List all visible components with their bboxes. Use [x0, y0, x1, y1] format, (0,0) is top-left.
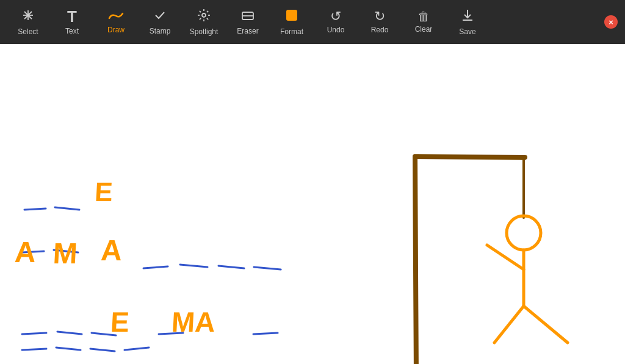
svg-line-30	[57, 332, 82, 334]
svg-text:A: A	[14, 236, 37, 268]
svg-text:E: E	[94, 177, 114, 207]
undo-label: Undo	[327, 26, 345, 34]
svg-line-48	[524, 306, 568, 343]
svg-text:MA: MA	[171, 306, 216, 338]
svg-line-40	[415, 157, 416, 364]
spotlight-icon	[197, 8, 211, 25]
svg-line-37	[56, 348, 81, 350]
close-icon: ×	[609, 18, 613, 27]
save-label: Save	[459, 27, 475, 36]
clear-label: Clear	[415, 25, 433, 34]
svg-line-27	[219, 266, 244, 268]
tool-eraser[interactable]: Eraser	[227, 2, 269, 41]
tool-select[interactable]: Select	[7, 2, 49, 41]
svg-text:A: A	[100, 234, 123, 266]
select-label: Select	[18, 27, 38, 36]
tool-spotlight[interactable]: Spotlight	[183, 2, 225, 41]
format-label: Format	[280, 27, 303, 36]
svg-line-18	[55, 207, 79, 210]
svg-text:E: E	[110, 306, 130, 338]
tool-draw[interactable]: Draw	[95, 2, 137, 41]
svg-line-42	[415, 157, 525, 157]
tool-stamp[interactable]: Stamp	[139, 2, 181, 41]
stamp-label: Stamp	[150, 27, 171, 35]
svg-point-4	[202, 13, 206, 17]
svg-rect-15	[286, 10, 297, 21]
draw-icon	[108, 10, 124, 23]
svg-line-25	[143, 266, 168, 268]
stamp-icon	[153, 9, 167, 24]
toolbar: Select T Text Draw Stamp	[0, 0, 625, 44]
close-button[interactable]: ×	[604, 15, 618, 29]
drawing-svg: E A M A E MA	[0, 44, 625, 364]
text-icon: T	[67, 9, 77, 24]
svg-line-36	[22, 349, 46, 350]
svg-line-20	[22, 251, 44, 252]
eraser-label: Eraser	[237, 27, 258, 35]
svg-line-10	[207, 18, 208, 20]
text-label: Text	[65, 27, 79, 35]
svg-line-26	[180, 265, 208, 267]
svg-line-21	[54, 250, 78, 252]
svg-line-28	[254, 267, 281, 269]
svg-line-38	[90, 349, 115, 351]
tool-redo[interactable]: ↻ Redo	[359, 2, 400, 41]
svg-line-46	[487, 245, 524, 269]
clear-icon: 🗑	[417, 10, 430, 23]
tool-clear[interactable]: 🗑 Clear	[403, 2, 444, 41]
redo-label: Redo	[371, 26, 389, 34]
tool-format[interactable]: Format	[271, 2, 312, 41]
svg-line-29	[22, 333, 46, 334]
canvas-area[interactable]: E A M A E MA	[0, 44, 625, 364]
svg-point-44	[507, 216, 541, 250]
tool-undo[interactable]: ↺ Undo	[315, 2, 356, 41]
svg-line-17	[24, 209, 46, 210]
save-icon	[460, 8, 475, 25]
draw-label: Draw	[107, 26, 125, 34]
svg-line-39	[125, 348, 149, 350]
tool-save[interactable]: Save	[447, 2, 488, 41]
eraser-icon	[240, 9, 255, 24]
undo-icon: ↺	[330, 10, 341, 23]
svg-line-47	[494, 306, 524, 343]
select-icon	[21, 8, 35, 25]
svg-line-33	[159, 333, 183, 334]
svg-text:M: M	[52, 237, 79, 269]
svg-line-35	[253, 333, 278, 334]
svg-line-9	[200, 11, 201, 12]
redo-icon: ↻	[374, 10, 385, 23]
svg-line-11	[207, 11, 208, 12]
tool-text[interactable]: T Text	[51, 2, 93, 41]
spotlight-label: Spotlight	[190, 27, 219, 36]
format-icon	[284, 8, 299, 25]
svg-line-12	[200, 18, 201, 20]
svg-line-31	[92, 333, 116, 335]
